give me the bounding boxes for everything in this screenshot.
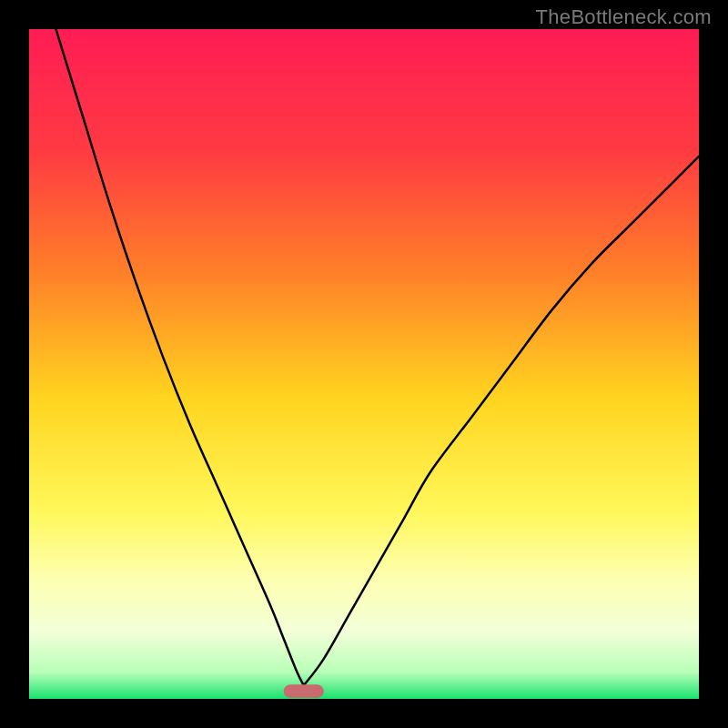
- watermark-text: TheBottleneck.com: [536, 5, 712, 29]
- chart-svg: [29, 29, 699, 699]
- chart-background: [29, 29, 699, 699]
- bottleneck-chart: [29, 29, 699, 699]
- optimum-marker: [284, 684, 324, 698]
